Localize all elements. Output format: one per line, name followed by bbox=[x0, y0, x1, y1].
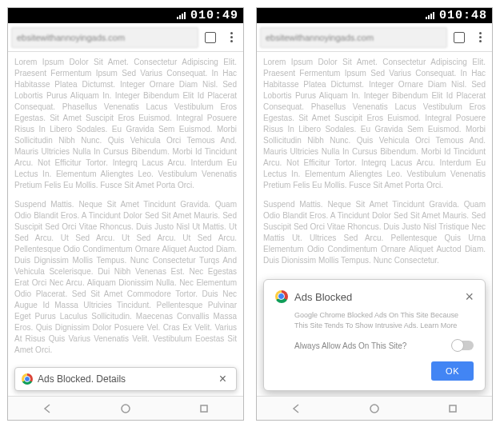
tabs-switcher-icon[interactable] bbox=[202, 29, 219, 46]
ads-blocked-dialog: Ads Blocked × Google Chrome Blocked Ads … bbox=[263, 279, 486, 391]
svg-rect-3 bbox=[450, 405, 456, 412]
close-icon[interactable]: × bbox=[465, 289, 474, 304]
overflow-menu-icon[interactable] bbox=[471, 29, 489, 46]
nav-home-icon[interactable] bbox=[120, 403, 131, 414]
nav-home-icon[interactable] bbox=[369, 403, 380, 414]
overflow-menu-icon[interactable] bbox=[222, 29, 240, 46]
nav-back-icon[interactable] bbox=[42, 403, 53, 414]
signal-icon bbox=[426, 12, 434, 19]
page-content: Lorem Ipsum Dolor Sit Amet. Consectetur … bbox=[8, 52, 243, 370]
phone-screen-left: 010:49 ebsitewithannoyingads.com Lorem I… bbox=[7, 7, 244, 421]
toggle-label: Always Allow Ads On This Site? bbox=[294, 341, 406, 350]
dialog-actions: OK bbox=[275, 361, 474, 381]
android-navbar bbox=[257, 396, 492, 420]
close-icon[interactable]: × bbox=[216, 372, 230, 386]
ads-blocked-snackbar[interactable]: Ads Blocked. Details × bbox=[14, 367, 237, 391]
nav-recent-icon[interactable] bbox=[447, 403, 458, 414]
content-paragraph: Suspend Mattis. Neque Sit Amet Tincidunt… bbox=[14, 199, 237, 356]
dialog-title: Ads Blocked bbox=[294, 291, 352, 303]
nav-back-icon[interactable] bbox=[290, 403, 302, 414]
status-bar: 010:48 bbox=[257, 8, 492, 23]
browser-toolbar: ebsitewithannoyingads.com bbox=[8, 23, 243, 52]
allow-ads-toggle-row: Always Allow Ads On This Site? bbox=[275, 341, 474, 350]
url-bar[interactable]: ebsitewithannoyingads.com bbox=[260, 27, 447, 48]
nav-recent-icon[interactable] bbox=[198, 403, 210, 414]
android-navbar bbox=[8, 396, 243, 420]
browser-toolbar: ebsitewithannoyingads.com bbox=[257, 23, 492, 52]
snackbar-text: Ads Blocked. Details bbox=[38, 373, 126, 385]
svg-point-0 bbox=[122, 405, 130, 413]
phone-screen-right: 010:48 ebsitewithannoyingads.com Lorem I… bbox=[256, 7, 493, 421]
dialog-header: Ads Blocked × bbox=[275, 289, 474, 304]
svg-rect-1 bbox=[201, 405, 207, 412]
content-paragraph: Lorem Ipsum Dolor Sit Amet. Consectetur … bbox=[14, 57, 237, 191]
status-time: 010:48 bbox=[439, 9, 487, 22]
chrome-icon bbox=[275, 290, 288, 303]
content-paragraph: Lorem Ipsum Dolor Sit Amet. Consectetur … bbox=[263, 57, 486, 191]
signal-icon bbox=[177, 12, 186, 19]
allow-ads-toggle[interactable] bbox=[453, 341, 474, 350]
status-bar: 010:49 bbox=[8, 8, 243, 23]
svg-point-2 bbox=[370, 405, 378, 413]
ok-button[interactable]: OK bbox=[431, 361, 474, 381]
content-paragraph: Suspend Mattis. Neque Sit Amet Tincidunt… bbox=[263, 199, 486, 266]
url-bar[interactable]: ebsitewithannoyingads.com bbox=[11, 27, 198, 48]
chrome-icon bbox=[22, 373, 33, 385]
status-time: 010:49 bbox=[190, 9, 238, 22]
tabs-switcher-icon[interactable] bbox=[450, 29, 468, 46]
dialog-body-text: Google Chrome Blocked Ads On This Site B… bbox=[275, 310, 474, 331]
